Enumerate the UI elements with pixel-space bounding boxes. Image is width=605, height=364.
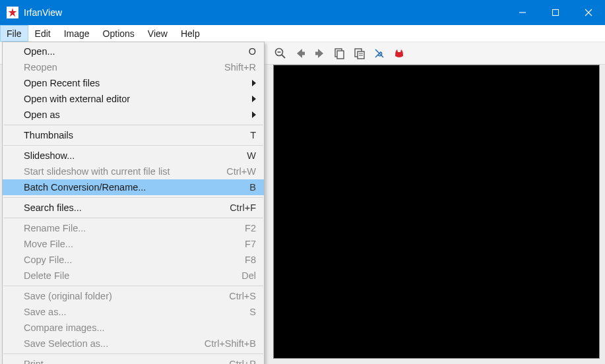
menu-item-label: Delete File <box>24 270 234 281</box>
close-icon <box>585 9 592 16</box>
menu-item-shortcut: Ctrl+Shift+B <box>205 338 256 349</box>
arrow-right-icon <box>313 47 327 60</box>
maximize-button[interactable] <box>539 0 572 25</box>
menu-separator <box>3 125 263 125</box>
menu-file[interactable]: File <box>0 25 28 42</box>
menu-item-shortcut: T <box>250 130 256 140</box>
wrench-icon <box>373 47 386 60</box>
menu-item-thumbnails[interactable]: ThumbnailsT <box>3 127 264 143</box>
menu-item-reopen: ReopenShift+R <box>3 59 264 75</box>
menu-item-open-as[interactable]: Open as <box>3 107 264 123</box>
menu-separator <box>3 286 263 286</box>
chevron-right-icon <box>252 111 256 118</box>
paste-icon <box>353 47 366 60</box>
toolbar-about[interactable] <box>392 46 406 61</box>
toolbar-settings[interactable] <box>372 46 387 61</box>
menubar: File Edit Image Options View Help <box>0 25 605 42</box>
menu-item-shortcut: Del <box>241 270 256 281</box>
menu-item-label: Move File... <box>24 239 237 249</box>
toolbar-zoom-out[interactable] <box>273 46 288 61</box>
window-title: IrfanView <box>24 7 62 18</box>
menu-item-slideshow[interactable]: Slideshow...W <box>3 148 264 164</box>
menu-item-label: Open with external editor <box>24 94 244 104</box>
zoom-out-icon <box>274 47 287 60</box>
menu-item-rename-file: Rename File...F2 <box>3 220 264 236</box>
menu-item-shortcut: W <box>247 150 256 161</box>
menu-item-label: Start slideshow with current file list <box>24 166 218 177</box>
menu-item-shortcut: Ctrl+W <box>226 166 256 177</box>
menu-separator <box>3 353 263 354</box>
menu-item-shortcut: F2 <box>245 223 256 233</box>
menu-item-label: Copy File... <box>24 255 237 265</box>
menu-item-label: Batch Conversion/Rename... <box>24 182 241 193</box>
toolbar-paste[interactable] <box>352 46 367 61</box>
titlebar: IrfanView <box>0 0 605 25</box>
menu-item-open-recent-files[interactable]: Open Recent files <box>3 75 264 91</box>
menu-view[interactable]: View <box>141 25 174 42</box>
menu-item-compare-images: Compare images... <box>3 320 264 336</box>
menu-item-shortcut: F8 <box>245 255 256 265</box>
toolbar-copy[interactable] <box>333 46 347 61</box>
menu-image[interactable]: Image <box>57 25 96 42</box>
menu-item-shortcut: Shift+R <box>224 62 256 73</box>
menu-item-search-files[interactable]: Search files...Ctrl+F <box>3 200 264 216</box>
menu-item-label: Open Recent files <box>24 78 244 88</box>
svg-line-5 <box>282 55 285 58</box>
menu-item-label: Thumbnails <box>24 130 242 140</box>
chevron-right-icon <box>252 96 256 102</box>
svg-rect-1 <box>553 10 559 16</box>
file-menu-dropdown: Open...OReopenShift+ROpen Recent filesOp… <box>2 42 265 364</box>
menu-item-shortcut: F7 <box>245 239 256 249</box>
toolbar-next[interactable] <box>313 46 327 61</box>
chevron-right-icon <box>252 80 256 86</box>
toolbar-prev[interactable] <box>293 46 307 61</box>
svg-rect-8 <box>315 51 319 55</box>
menu-item-save-selection-as: Save Selection as...Ctrl+Shift+B <box>3 336 264 351</box>
menu-item-copy-file: Copy File...F8 <box>3 252 264 268</box>
menu-options[interactable]: Options <box>96 25 141 42</box>
menu-item-shortcut: Ctrl+P <box>229 359 256 364</box>
menu-item-label: Slideshow... <box>24 150 239 161</box>
minimize-button[interactable] <box>506 0 539 25</box>
menu-edit[interactable]: Edit <box>28 25 57 42</box>
copy-icon <box>333 47 346 60</box>
menu-separator <box>3 218 263 218</box>
cat-icon <box>393 47 406 60</box>
menu-item-label: Save (original folder) <box>24 291 221 301</box>
menu-item-save-as: Save as...S <box>3 304 264 320</box>
menu-item-print: Print...Ctrl+P <box>3 356 264 364</box>
menu-item-label: Save Selection as... <box>24 338 197 349</box>
menu-item-save-original-folder: Save (original folder)Ctrl+S <box>3 288 264 304</box>
arrow-left-icon <box>294 47 307 60</box>
image-canvas[interactable] <box>273 65 600 359</box>
menu-item-start-slideshow-with-current-file-list: Start slideshow with current file listCt… <box>3 164 264 179</box>
maximize-icon <box>552 9 559 16</box>
app-icon <box>7 7 18 18</box>
menu-item-shortcut: O <box>249 46 256 57</box>
menu-item-label: Search files... <box>24 202 222 213</box>
menu-item-label: Rename File... <box>24 223 237 233</box>
menu-item-label: Print... <box>24 359 221 364</box>
menu-item-label: Open... <box>24 46 241 57</box>
menu-item-shortcut: S <box>249 307 256 317</box>
menu-item-open[interactable]: Open...O <box>3 44 264 59</box>
minimize-icon <box>519 9 526 16</box>
svg-rect-7 <box>302 51 305 55</box>
menu-item-delete-file: Delete FileDel <box>3 268 264 284</box>
svg-rect-10 <box>337 51 344 59</box>
menu-item-batch-conversion-rename[interactable]: Batch Conversion/Rename...B <box>3 179 264 195</box>
menu-item-label: Reopen <box>24 62 216 73</box>
menu-item-label: Compare images... <box>24 322 256 333</box>
menu-item-move-file: Move File...F7 <box>3 236 264 252</box>
menu-item-label: Save as... <box>24 307 241 317</box>
menu-item-shortcut: Ctrl+F <box>230 202 256 213</box>
menu-item-shortcut: B <box>249 182 256 193</box>
menu-item-open-with-external-editor[interactable]: Open with external editor <box>3 91 264 107</box>
menu-separator <box>3 145 263 146</box>
close-button[interactable] <box>572 0 605 25</box>
menu-item-label: Open as <box>24 109 244 120</box>
menu-separator <box>3 197 263 198</box>
menu-item-shortcut: Ctrl+S <box>229 291 256 301</box>
menu-help[interactable]: Help <box>174 25 207 42</box>
